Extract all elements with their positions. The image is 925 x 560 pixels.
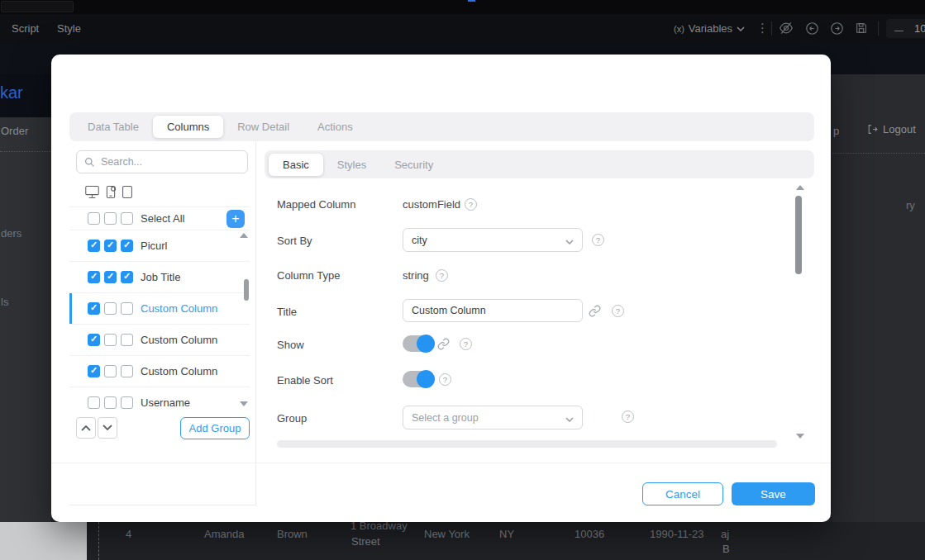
tab-styles[interactable]: Styles <box>323 154 380 176</box>
field-label-group: Group <box>277 412 307 425</box>
enable-sort-toggle[interactable] <box>403 371 433 387</box>
title-input[interactable] <box>403 299 583 322</box>
column-row[interactable]: Custom Column <box>69 293 250 325</box>
app-header-band-right <box>832 43 925 74</box>
help-icon[interactable] <box>439 373 451 386</box>
variables-menu[interactable]: Variables <box>674 22 745 35</box>
tablet-icon[interactable] <box>122 185 133 199</box>
column-visibility-checkbox[interactable] <box>88 396 100 409</box>
tab-style[interactable]: Style <box>57 22 81 35</box>
scroll-down-icon[interactable] <box>240 401 248 406</box>
column-visibility-checkbox[interactable] <box>121 334 133 346</box>
redo-icon[interactable] <box>830 21 844 36</box>
scroll-down-icon[interactable] <box>796 434 804 439</box>
help-icon[interactable] <box>622 411 634 423</box>
zoom-control[interactable]: 10 <box>886 19 925 38</box>
help-icon[interactable] <box>612 305 624 317</box>
search-input[interactable] <box>101 156 225 168</box>
undo-icon[interactable] <box>805 21 819 36</box>
show-toggle[interactable] <box>403 335 433 352</box>
form-horizontal-scrollbar[interactable] <box>277 440 777 448</box>
column-row[interactable]: Custom Column <box>69 356 250 387</box>
column-visibility-checkbox[interactable] <box>104 240 117 252</box>
scroll-up-icon[interactable] <box>796 185 804 190</box>
help-icon[interactable] <box>460 338 472 350</box>
column-visibility-checkbox[interactable] <box>121 271 133 283</box>
column-visibility-checkbox[interactable] <box>121 212 133 225</box>
table-cell-address1: 1 Broadway <box>350 522 408 532</box>
hide-preview-icon[interactable] <box>779 21 794 35</box>
tab-row-detail[interactable]: Row Detail <box>223 116 303 138</box>
desktop-icon[interactable] <box>84 185 100 199</box>
page-left-nav: Order ders ls <box>0 117 51 522</box>
column-label: Custom Column <box>141 334 217 346</box>
column-visibility-checkbox[interactable] <box>104 396 117 409</box>
search-box[interactable] <box>76 150 248 173</box>
column-visibility-checkbox[interactable] <box>104 334 117 346</box>
column-row[interactable]: Custom Column <box>69 325 250 356</box>
nav-item-fragment[interactable]: p <box>833 125 839 137</box>
chevron-down-icon <box>737 26 745 31</box>
columns-panel: Select AllPicurlJob TitleCustom ColumnCu… <box>69 142 256 505</box>
column-visibility-checkbox[interactable] <box>121 396 133 409</box>
table-cell-city: New York <box>424 528 470 540</box>
list-scrollbar-thumb[interactable] <box>244 279 249 301</box>
tab-script[interactable]: Script <box>12 22 39 35</box>
column-visibility-checkbox[interactable] <box>88 365 100 377</box>
column-visibility-checkbox[interactable] <box>104 365 117 377</box>
help-icon[interactable] <box>592 234 604 246</box>
column-visibility-checkbox[interactable] <box>88 334 100 346</box>
tab-basic[interactable]: Basic <box>269 154 323 176</box>
column-visibility-checkbox[interactable] <box>88 271 100 283</box>
tab-actions[interactable]: Actions <box>303 116 367 138</box>
cancel-button[interactable]: Cancel <box>642 482 723 505</box>
column-row[interactable]: Select All <box>69 207 250 230</box>
nav-item-fragment[interactable]: ls <box>1 296 8 308</box>
column-visibility-checkbox[interactable] <box>104 271 117 283</box>
sort-by-select[interactable]: city <box>403 228 583 252</box>
group-select[interactable]: Select a group <box>403 406 583 429</box>
chevron-down-icon <box>565 411 574 425</box>
nav-item-fragment[interactable]: ry <box>906 199 915 211</box>
kebab-menu-icon[interactable] <box>756 21 769 36</box>
column-visibility-checkbox[interactable] <box>88 302 100 315</box>
add-group-button[interactable]: Add Group <box>180 417 250 439</box>
mobile-icon[interactable] <box>104 185 117 199</box>
tab-columns[interactable]: Columns <box>153 116 223 138</box>
nav-divider <box>832 153 925 154</box>
add-column-button[interactable] <box>226 210 245 228</box>
table-cell-last: Brown <box>277 528 308 540</box>
link-icon[interactable] <box>437 338 450 350</box>
help-icon[interactable] <box>436 269 448 282</box>
column-visibility-checkbox[interactable] <box>88 240 100 252</box>
footer-divider <box>51 463 831 463</box>
move-down-button[interactable] <box>98 417 117 439</box>
form-scrollbar-thumb[interactable] <box>795 196 802 274</box>
column-row[interactable]: Job Title <box>69 262 250 293</box>
nav-item-fragment[interactable]: ders <box>1 227 21 240</box>
nav-item-order[interactable]: Order <box>1 125 28 137</box>
link-icon[interactable] <box>589 305 601 317</box>
tab-data-table[interactable]: Data Table <box>74 116 153 138</box>
column-row[interactable]: Username <box>69 387 250 412</box>
column-visibility-checkbox[interactable] <box>104 212 117 225</box>
scroll-up-icon[interactable] <box>240 233 248 238</box>
page-right-nav: p Logout ry <box>832 74 925 522</box>
column-row[interactable]: Picurl <box>69 230 250 262</box>
column-visibility-checkbox[interactable] <box>121 365 133 377</box>
sort-by-value: city <box>412 235 427 246</box>
logout-button[interactable]: Logout <box>867 123 916 135</box>
editor-top-tab <box>1 1 74 12</box>
save-icon[interactable] <box>855 21 868 35</box>
zoom-out-icon[interactable] <box>894 21 904 36</box>
column-visibility-checkbox[interactable] <box>121 302 133 315</box>
tab-security[interactable]: Security <box>380 154 447 176</box>
help-icon[interactable] <box>465 198 477 211</box>
column-visibility-checkbox[interactable] <box>104 302 117 315</box>
move-up-button[interactable] <box>76 417 96 439</box>
background-data-table: 4 Amanda Brown 1 Broadway Street New Yor… <box>87 522 925 560</box>
column-label: Custom Column <box>141 365 217 377</box>
column-visibility-checkbox[interactable] <box>88 212 100 225</box>
column-visibility-checkbox[interactable] <box>121 240 133 252</box>
save-button[interactable]: Save <box>732 482 815 505</box>
